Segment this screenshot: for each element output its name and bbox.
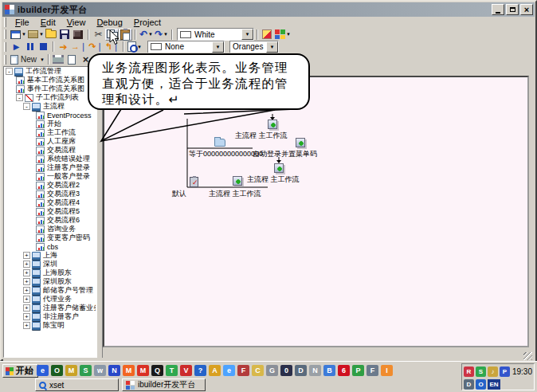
new-form-button[interactable]: ▼ <box>10 29 27 41</box>
quicklaunch-icon[interactable]: F <box>237 365 249 376</box>
quicklaunch-icon[interactable]: M <box>65 365 77 376</box>
clock[interactable]: 19:30 <box>512 367 532 376</box>
minimize-button[interactable] <box>492 4 504 15</box>
tree-item[interactable]: 变更客户密码 <box>4 233 96 242</box>
quicklaunch-icon[interactable]: O <box>51 365 63 376</box>
tray-icon[interactable]: ♪ <box>488 367 498 377</box>
flow-node-label[interactable]: 主流程 主工作流 <box>247 174 319 185</box>
quicklaunch-icon[interactable]: Q <box>151 365 163 376</box>
default-label[interactable]: 默认 <box>172 189 186 199</box>
workflow-node-icon[interactable] <box>233 176 242 186</box>
expand-toggle[interactable]: + <box>23 313 30 320</box>
quicklaunch-icon[interactable]: C <box>252 365 264 376</box>
workflow-node-icon[interactable] <box>268 120 277 129</box>
default-clipboard-icon[interactable] <box>190 177 198 187</box>
menu-file[interactable]: File <box>10 17 35 28</box>
combo-dropdown-button[interactable]: ▼ <box>266 41 278 53</box>
quicklaunch-icon[interactable]: w <box>94 365 106 376</box>
open-button[interactable] <box>45 29 58 41</box>
color-combo[interactable]: White ▼ <box>177 28 254 41</box>
quicklaunch-icon[interactable]: M <box>123 365 135 376</box>
quicklaunch-icon[interactable]: B <box>323 365 335 376</box>
quicklaunch-icon[interactable]: N <box>108 365 120 376</box>
resize-grip[interactable] <box>523 352 532 360</box>
quicklaunch-icon[interactable]: V <box>180 365 192 376</box>
flow-node-label[interactable]: 主流程 主工作流 <box>209 189 280 199</box>
tray-icon[interactable]: S <box>476 367 486 377</box>
quicklaunch-icon[interactable]: M <box>137 365 149 376</box>
expand-toggle[interactable]: + <box>23 287 30 294</box>
continue-button[interactable]: ➔ <box>57 41 70 53</box>
properties-button[interactable] <box>65 53 79 65</box>
collapse-toggle[interactable]: - <box>6 68 13 75</box>
run-button[interactable]: ▶ <box>10 41 23 53</box>
toolbox-button[interactable]: ▼ <box>27 29 45 41</box>
workflow-node-icon[interactable] <box>274 163 284 173</box>
menu-debug[interactable]: Debug <box>91 17 127 28</box>
restore-button[interactable] <box>506 4 519 15</box>
tree-item[interactable]: +陈宝明 <box>4 321 96 330</box>
save-button[interactable] <box>58 29 72 41</box>
quicklaunch-icon[interactable]: G <box>266 365 278 376</box>
condition-folder-icon[interactable] <box>214 139 225 147</box>
collapse-toggle[interactable]: - <box>23 103 30 110</box>
menu-grip[interactable] <box>4 18 6 27</box>
collapse-toggle[interactable]: - <box>16 94 23 101</box>
toolbar-grip[interactable] <box>4 55 6 65</box>
close-button[interactable]: × <box>520 4 533 15</box>
expand-toggle[interactable]: + <box>23 296 30 303</box>
step-into-button[interactable]: →❘ <box>70 41 88 53</box>
task-button-ibuilder[interactable]: ibuilder开发平台 <box>122 378 206 391</box>
step-out-button[interactable]: ↰❘ <box>104 41 120 53</box>
combo-dropdown-button[interactable]: ▼ <box>241 29 253 40</box>
step-over-button[interactable]: ↷❘ <box>88 41 104 53</box>
quicklaunch-icon[interactable]: A <box>209 365 221 376</box>
redo-button[interactable]: ↷▼ <box>154 29 169 41</box>
tray-icon[interactable]: R <box>464 367 474 377</box>
quicklaunch-icon[interactable]: P <box>352 365 364 376</box>
workflow-node-icon[interactable] <box>296 138 305 147</box>
expand-toggle[interactable]: + <box>23 322 30 329</box>
quicklaunch-icon[interactable]: D <box>295 365 307 376</box>
menu-view[interactable]: View <box>61 17 92 28</box>
pause-button[interactable] <box>23 41 37 53</box>
menu-project[interactable]: Project <box>128 17 167 28</box>
palette-button[interactable]: ▼ <box>274 29 292 41</box>
quicklaunch-icon[interactable]: F <box>366 365 378 376</box>
preview-button[interactable]: ▼ <box>127 41 143 53</box>
menu-edit[interactable]: Edit <box>35 17 61 28</box>
action-label[interactable]: 自动登录并置菜单码 <box>253 149 317 159</box>
quicklaunch-icon[interactable]: ? <box>194 365 206 376</box>
workflow-canvas[interactable]: 主流程 主工作流 等于000000000000000 自动登录并置菜单码 主流程… <box>103 76 529 347</box>
tray-icon[interactable]: O <box>476 379 486 390</box>
expand-toggle[interactable]: + <box>23 269 30 276</box>
start-button[interactable]: 开始 <box>2 364 38 378</box>
stop-button[interactable] <box>37 41 50 53</box>
quicklaunch-icon[interactable]: S <box>80 365 92 376</box>
expand-toggle[interactable]: + <box>23 261 30 268</box>
quicklaunch-icon[interactable]: I <box>381 365 393 376</box>
quicklaunch-icon[interactable]: 0 <box>280 365 292 376</box>
fill-combo[interactable]: None ▼ <box>147 41 225 53</box>
expand-toggle[interactable]: + <box>23 304 30 312</box>
copy-button[interactable] <box>105 29 119 41</box>
tray-icon[interactable]: D <box>464 379 474 390</box>
undo-button[interactable]: ↶▼ <box>139 29 154 41</box>
tree-item[interactable]: -主流程 <box>4 102 96 111</box>
quicklaunch-icon[interactable]: 6 <box>338 365 350 376</box>
cut-button[interactable]: ✂ <box>92 29 105 41</box>
tray-icon[interactable]: P <box>500 367 510 377</box>
task-button-xset[interactable]: xset <box>35 378 119 391</box>
quicklaunch-icon[interactable]: e <box>37 365 49 376</box>
brush-button[interactable] <box>261 29 274 41</box>
palette-combo[interactable]: Oranges ▼ <box>229 41 279 53</box>
toolbar-grip[interactable] <box>4 29 6 39</box>
title-bar[interactable]: ibuilder开发平台 × <box>2 2 535 17</box>
expand-toggle[interactable]: + <box>23 252 30 259</box>
expand-toggle[interactable]: + <box>23 278 30 285</box>
language-indicator[interactable]: EN <box>488 379 500 390</box>
toolbar-grip[interactable] <box>4 42 6 52</box>
paste-button[interactable] <box>119 29 132 41</box>
quicklaunch-icon[interactable]: N <box>309 365 321 376</box>
quicklaunch-icon[interactable]: e <box>223 365 235 376</box>
